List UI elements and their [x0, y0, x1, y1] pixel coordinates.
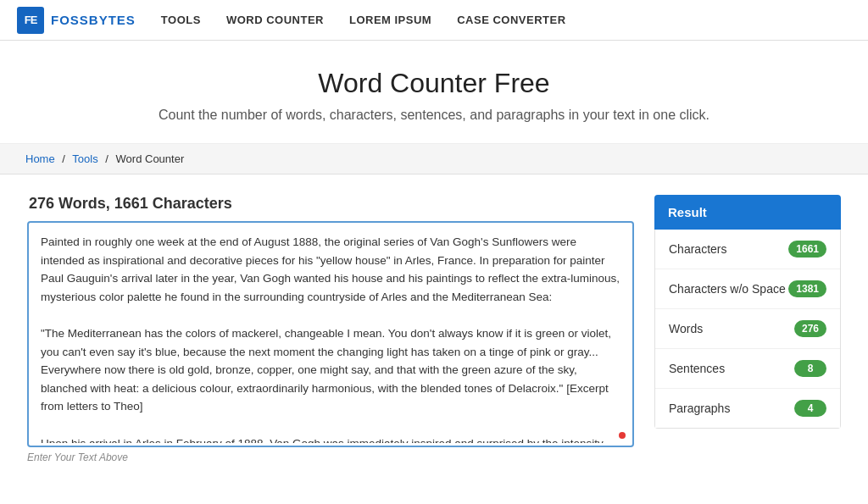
- breadcrumb-tools[interactable]: Tools: [72, 152, 97, 165]
- result-list: Characters 1661 Characters w/o Space 138…: [654, 230, 841, 429]
- result-item: Words 276: [655, 309, 840, 349]
- left-panel: 276 Words, 1661 Characters Enter Your Te…: [27, 195, 634, 463]
- nav-word-counter[interactable]: WORD COUNTER: [226, 2, 324, 38]
- brand-name: FOSSBYTES: [51, 13, 136, 27]
- breadcrumb-sep-1: /: [62, 152, 65, 165]
- result-badge: 276: [794, 320, 826, 337]
- result-item: Paragraphs 4: [655, 389, 840, 428]
- page-title: Word Counter Free: [17, 68, 851, 99]
- nav-lorem-ipsum[interactable]: LOREM IPSUM: [349, 2, 431, 38]
- textarea-hint: Enter Your Text Above: [27, 451, 634, 463]
- result-header: Result: [654, 195, 841, 230]
- breadcrumb: Home / Tools / Word Counter: [0, 144, 868, 174]
- result-label: Characters w/o Space: [669, 281, 786, 296]
- navbar: FE FOSSBYTES TOOLS WORD COUNTER LOREM IP…: [0, 0, 868, 41]
- word-count-header: 276 Words, 1661 Characters: [27, 195, 634, 213]
- result-badge: 4: [794, 400, 826, 417]
- textarea-wrapper: [27, 221, 634, 447]
- result-label: Paragraphs: [669, 401, 730, 416]
- right-panel: Result Characters 1661 Characters w/o Sp…: [654, 195, 841, 463]
- result-label: Words: [669, 321, 703, 336]
- result-badge: 8: [794, 360, 826, 377]
- red-dot-indicator: [619, 432, 626, 439]
- breadcrumb-home[interactable]: Home: [25, 152, 55, 165]
- result-item: Sentences 8: [655, 349, 840, 389]
- logo-icon: FE: [17, 7, 44, 34]
- nav-links: TOOLS WORD COUNTER LOREM IPSUM CASE CONV…: [161, 2, 566, 38]
- breadcrumb-current: Word Counter: [116, 152, 185, 165]
- result-item: Characters w/o Space 1381: [655, 269, 840, 309]
- hero-subtitle: Count the number of words, characters, s…: [17, 108, 851, 123]
- result-badge: 1661: [788, 241, 826, 258]
- hero-section: Word Counter Free Count the number of wo…: [0, 41, 868, 144]
- result-label: Characters: [669, 241, 726, 257]
- content-area: 276 Words, 1661 Characters Enter Your Te…: [2, 174, 866, 484]
- nav-case-converter[interactable]: CASE CONVERTER: [457, 2, 565, 38]
- text-input[interactable]: [29, 223, 632, 443]
- logo-area: FE FOSSBYTES: [17, 7, 136, 34]
- result-label: Sentences: [669, 361, 725, 376]
- breadcrumb-sep-2: /: [105, 152, 108, 165]
- result-item: Characters 1661: [655, 230, 840, 269]
- nav-tools[interactable]: TOOLS: [161, 2, 201, 38]
- result-badge: 1381: [788, 280, 826, 297]
